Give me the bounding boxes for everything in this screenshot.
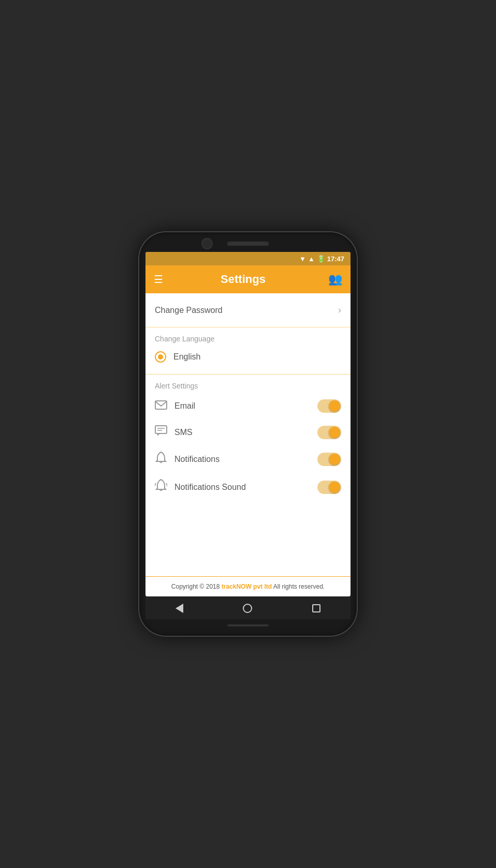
battery-icon: 🔋 <box>317 255 325 263</box>
sms-alert-section: SMS <box>145 419 351 445</box>
app-bar: ☰ Settings 👥 <box>145 265 351 293</box>
bell-ringing-icon <box>155 479 167 495</box>
change-password-label: Change Password <box>155 306 223 315</box>
notifications-sound-section: Notifications Sound <box>145 473 351 501</box>
radio-english-inner <box>158 354 163 360</box>
nav-bar <box>145 596 351 619</box>
change-password-left: Change Password <box>155 306 223 315</box>
email-alert-left: Email <box>155 400 195 412</box>
spacer <box>145 501 351 576</box>
language-english-label: English <box>173 352 200 362</box>
email-toggle-knob <box>329 400 340 412</box>
phone-bottom-bar <box>227 624 269 626</box>
svg-marker-4 <box>157 433 160 436</box>
notifications-alert-row[interactable]: Notifications <box>155 447 341 471</box>
notifications-sound-label: Notifications Sound <box>174 483 246 492</box>
svg-rect-1 <box>155 426 167 433</box>
sms-alert-row[interactable]: SMS <box>155 421 341 443</box>
radio-english[interactable] <box>155 351 166 363</box>
footer-text-before: Copyright © 2018 <box>171 583 222 590</box>
language-english-left: English <box>155 351 200 363</box>
change-password-section: Change Password › <box>145 293 351 327</box>
language-english-row[interactable]: English <box>155 347 341 367</box>
sms-toggle[interactable] <box>317 426 341 439</box>
alert-settings-header: Alert Settings <box>145 375 351 393</box>
sms-toggle-knob <box>329 427 340 438</box>
footer-link[interactable]: trackNOW pvt ltd <box>222 583 272 590</box>
footer-text-after: All rights reserved. <box>272 583 325 590</box>
sms-alert-left: SMS <box>155 425 193 439</box>
notifications-alert-left: Notifications <box>155 452 220 467</box>
notifications-toggle-knob <box>329 454 340 465</box>
email-toggle[interactable] <box>317 399 341 413</box>
notifications-sound-toggle[interactable] <box>317 481 341 494</box>
home-icon <box>243 604 252 613</box>
phone-speaker <box>227 242 269 246</box>
signal-icon: ▲ <box>308 255 315 263</box>
notifications-sound-left: Notifications Sound <box>155 479 246 495</box>
notifications-toggle[interactable] <box>317 453 341 466</box>
sms-icon <box>155 425 167 439</box>
change-language-section: English <box>145 346 351 374</box>
sms-alert-label: SMS <box>174 428 193 437</box>
home-button[interactable] <box>235 602 260 615</box>
chevron-right-icon: › <box>338 305 341 316</box>
mail-icon <box>155 400 167 412</box>
notifications-alert-label: Notifications <box>174 455 220 464</box>
settings-content: Change Password › Change Language Englis… <box>145 293 351 596</box>
email-alert-row[interactable]: Email <box>155 395 341 417</box>
svg-rect-0 <box>155 401 167 409</box>
divider-2 <box>145 374 351 375</box>
notifications-sound-toggle-knob <box>329 482 340 493</box>
wifi-icon: ▼ <box>299 255 306 263</box>
status-time: 17:47 <box>327 255 344 263</box>
notifications-alert-section: Notifications <box>145 445 351 473</box>
bell-icon <box>155 452 167 467</box>
status-icons: ▼ ▲ 🔋 17:47 <box>299 255 344 263</box>
footer: Copyright © 2018 trackNOW pvt ltd All ri… <box>145 576 351 596</box>
change-password-row[interactable]: Change Password › <box>155 301 341 320</box>
page-title: Settings <box>158 273 328 286</box>
notifications-sound-row[interactable]: Notifications Sound <box>155 475 341 499</box>
phone-screen: ▼ ▲ 🔋 17:47 ☰ Settings 👥 Change Password… <box>145 252 351 596</box>
phone-frame: ▼ ▲ 🔋 17:47 ☰ Settings 👥 Change Password… <box>139 232 357 636</box>
back-icon <box>176 604 183 613</box>
recent-icon <box>312 604 320 612</box>
recent-button[interactable] <box>304 602 329 615</box>
change-language-header: Change Language <box>145 327 351 346</box>
email-alert-section: Email <box>145 393 351 419</box>
email-alert-label: Email <box>174 401 195 411</box>
status-bar: ▼ ▲ 🔋 17:47 <box>145 252 351 265</box>
back-button[interactable] <box>167 602 192 615</box>
divider-1 <box>145 327 351 327</box>
profile-icon[interactable]: 👥 <box>328 273 342 286</box>
